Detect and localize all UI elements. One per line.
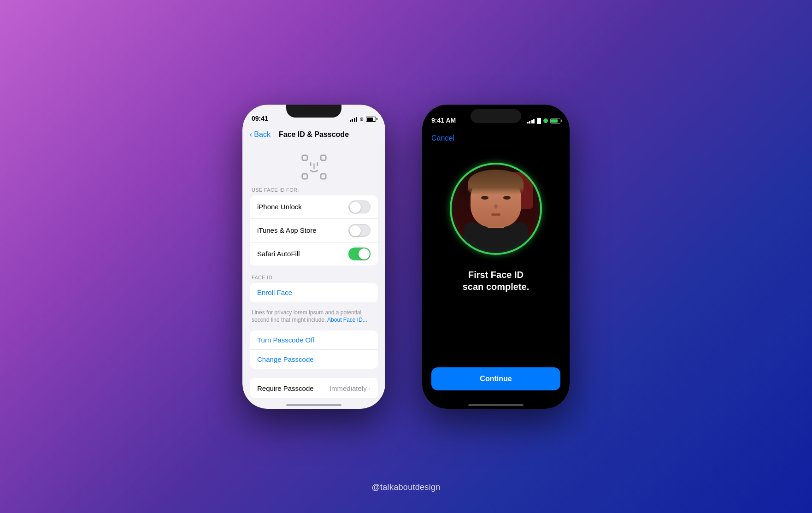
face-id-icon xyxy=(301,154,327,180)
chevron-left-icon: ‹ xyxy=(250,130,252,139)
change-passcode-link[interactable]: Change Passcode xyxy=(250,350,378,369)
home-indicator-dark xyxy=(468,404,524,406)
safari-label: Safari AutoFill xyxy=(257,250,300,258)
itunes-toggle[interactable] xyxy=(348,224,371,237)
green-dot-indicator xyxy=(543,118,548,123)
face-id-for-group: iPhone Unlock iTunes & App Store Safari … xyxy=(250,195,378,265)
iphone-unlock-toggle[interactable] xyxy=(348,200,371,213)
face-id-group: Enroll Face xyxy=(250,283,378,302)
back-button[interactable]: ‹ Back xyxy=(250,130,271,139)
require-passcode-value: Immediately › xyxy=(330,384,371,392)
notch xyxy=(286,105,341,118)
face-id-header xyxy=(242,145,385,187)
turn-passcode-off-link[interactable]: Turn Passcode Off xyxy=(250,330,378,350)
status-icons: ⊜ xyxy=(350,116,377,122)
signal-icon-dark xyxy=(527,118,535,124)
status-icons-dark: ⊜ xyxy=(527,118,561,124)
face-id-section-label: FACE ID xyxy=(242,275,385,283)
settings-content: USE FACE ID FOR: iPhone Unlock iTunes & … xyxy=(242,145,385,409)
face-id-description: Lines for privacy lorem ipsum and a pote… xyxy=(242,306,385,331)
face-scan-ring xyxy=(450,163,542,255)
status-time-dark: 9:41 AM xyxy=(431,117,456,124)
passcode-group: Turn Passcode Off Change Passcode xyxy=(250,330,378,369)
about-face-id-link[interactable]: About Face ID... xyxy=(327,317,367,323)
battery-icon xyxy=(366,117,376,122)
nav-bar: ‹ Back Face ID & Passcode xyxy=(242,125,385,145)
iphone-unlock-row: iPhone Unlock xyxy=(250,195,378,219)
home-indicator xyxy=(286,404,341,406)
enroll-face-row[interactable]: Enroll Face xyxy=(250,283,378,302)
safari-autofill-row: Safari AutoFill xyxy=(250,242,378,265)
signal-icon xyxy=(350,116,358,122)
require-passcode-row[interactable]: Require Passcode Immediately › xyxy=(250,378,378,398)
battery-icon-dark xyxy=(550,118,560,124)
dynamic-island xyxy=(471,109,521,123)
svg-rect-2 xyxy=(302,174,307,179)
phone-settings: 09:41 ⊜ ‹ Back Face ID & Passcode xyxy=(242,105,385,409)
wifi-icon: ⊜ xyxy=(359,116,364,122)
status-time: 09:41 xyxy=(252,115,268,122)
iphone-unlock-label: iPhone Unlock xyxy=(257,203,302,211)
page-title: Face ID & Passcode xyxy=(279,130,349,139)
enroll-face-link[interactable]: Enroll Face xyxy=(257,289,292,296)
require-passcode-label: Require Passcode xyxy=(257,384,314,392)
itunes-app-store-row: iTunes & App Store xyxy=(250,219,378,242)
require-passcode-group: Require Passcode Immediately › xyxy=(250,378,378,398)
face-scan-container xyxy=(450,163,542,255)
back-label: Back xyxy=(254,130,271,139)
face-id-scan-content: Cancel xyxy=(422,128,570,409)
wifi-icon-dark: ⊜ xyxy=(537,118,541,124)
itunes-label: iTunes & App Store xyxy=(257,226,317,234)
safari-toggle[interactable] xyxy=(348,248,371,260)
svg-rect-1 xyxy=(321,155,326,160)
use-face-id-label: USE FACE ID FOR: xyxy=(242,187,385,195)
chevron-right-icon: › xyxy=(369,385,371,392)
phone-face-id-scan: 9:41 AM ⊜ Cancel xyxy=(422,105,570,409)
svg-rect-0 xyxy=(302,155,307,160)
svg-rect-3 xyxy=(321,174,326,179)
watermark: @talkaboutdesign xyxy=(371,483,440,492)
scan-complete-text: First Face ID scan complete. xyxy=(463,269,530,293)
continue-button[interactable]: Continue xyxy=(431,367,560,390)
cancel-button[interactable]: Cancel xyxy=(422,128,464,149)
